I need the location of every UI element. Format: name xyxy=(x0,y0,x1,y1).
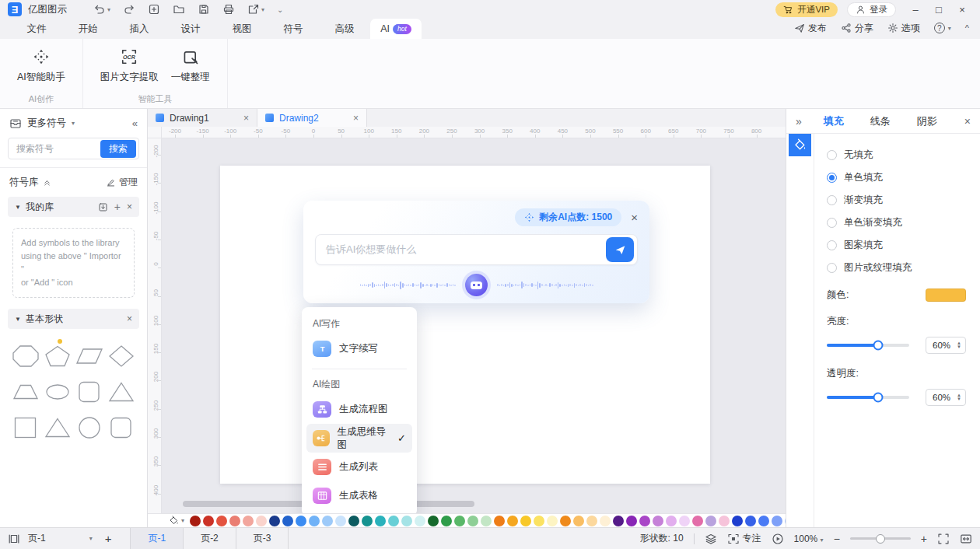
brightness-slider[interactable] xyxy=(827,344,909,347)
ai-dialog-close-button[interactable]: × xyxy=(631,211,638,224)
ribbon-button-图片文字提取[interactable]: OCR图片文字提取 xyxy=(94,45,165,84)
palette-swatch[interactable] xyxy=(732,516,743,526)
palette-swatch[interactable] xyxy=(534,516,544,526)
ribbon-button-一键整理[interactable]: 一键整理 xyxy=(165,45,216,84)
palette-swatch[interactable] xyxy=(719,516,730,526)
palette-swatch[interactable] xyxy=(600,516,611,526)
section-expand-icon[interactable]: ▼ xyxy=(15,204,21,211)
quickbar-more-button[interactable]: ⌄ xyxy=(272,4,288,16)
ai-menu-item-生成列表[interactable]: 生成列表 xyxy=(306,453,412,481)
ribbon-collapse-button[interactable]: ^ xyxy=(965,23,969,33)
ai-prompt-input[interactable]: 告诉AI你想要做什么 xyxy=(315,234,638,265)
palette-swatch[interactable] xyxy=(322,516,333,526)
shape-triangle[interactable] xyxy=(41,414,73,440)
palette-swatch[interactable] xyxy=(296,516,306,526)
menubar-gear-button[interactable]: 选项 xyxy=(887,22,920,35)
window-maximize-button[interactable]: □ xyxy=(929,4,949,16)
palette-swatch[interactable] xyxy=(441,516,452,526)
opacity-value-spinner[interactable]: 60%▲▼ xyxy=(926,389,966,406)
undo-button[interactable]: ▾ xyxy=(89,2,115,17)
search-button[interactable]: 搜索 xyxy=(100,140,136,158)
add-page-button[interactable]: + xyxy=(105,532,112,545)
shape-parallelogram[interactable] xyxy=(74,343,106,369)
palette-swatch[interactable] xyxy=(216,516,227,526)
my-library-section-header[interactable]: ▼ 我的库 + × xyxy=(8,197,139,217)
panel-tab-填充[interactable]: 填充 xyxy=(824,114,844,128)
library-collapse-icon[interactable] xyxy=(43,178,51,187)
opacity-slider-knob[interactable] xyxy=(873,393,883,403)
sidebar-collapse-button[interactable]: « xyxy=(132,117,138,129)
palette-swatch[interactable] xyxy=(481,516,492,526)
ai-menu-item-文字续写[interactable]: T文字续写 xyxy=(306,334,412,363)
page-selector-caret-icon[interactable]: ▾ xyxy=(89,535,93,542)
help-button[interactable]: ?▾ xyxy=(934,23,951,33)
document-tab-close-button[interactable]: × xyxy=(243,113,249,124)
shape-square[interactable] xyxy=(9,414,41,440)
more-symbols-button[interactable]: 更多符号 xyxy=(27,117,66,130)
palette-swatch[interactable] xyxy=(375,516,386,526)
fill-option-无填充[interactable]: 无填充 xyxy=(827,144,966,166)
fill-option-单色填充[interactable]: 单色填充 xyxy=(827,166,966,189)
document-tab-close-button[interactable]: × xyxy=(353,113,359,124)
shape-rounded-square[interactable] xyxy=(106,414,138,440)
zoom-slider[interactable] xyxy=(850,537,911,540)
palette-swatch[interactable] xyxy=(626,516,637,526)
zoom-slider-knob[interactable] xyxy=(876,534,885,544)
palette-swatch[interactable] xyxy=(573,516,584,526)
palette-swatch[interactable] xyxy=(348,516,359,526)
new-file-button[interactable] xyxy=(143,2,165,17)
palette-swatch[interactable] xyxy=(639,516,650,526)
window-close-button[interactable]: × xyxy=(952,4,972,16)
palette-swatch[interactable] xyxy=(428,516,439,526)
manage-library-button[interactable]: 管理 xyxy=(106,176,138,189)
palette-swatch[interactable] xyxy=(679,516,690,526)
brightness-value-spinner[interactable]: 60%▲▼ xyxy=(926,337,966,354)
close-shapes-button[interactable]: × xyxy=(127,313,132,324)
palette-swatch[interactable] xyxy=(520,516,531,526)
palette-swatch[interactable] xyxy=(547,516,558,526)
palette-swatch[interactable] xyxy=(772,516,782,526)
fill-bucket-icon[interactable] xyxy=(169,516,179,526)
layers-icon[interactable] xyxy=(705,533,717,545)
menu-tab-AI[interactable]: AIhot xyxy=(370,19,422,39)
close-library-button[interactable]: × xyxy=(127,201,132,212)
shape-octagon[interactable] xyxy=(9,343,41,369)
fullscreen-icon[interactable] xyxy=(937,533,950,545)
import-icon[interactable] xyxy=(98,202,108,212)
shape-circle[interactable] xyxy=(74,414,106,440)
zoom-in-button[interactable]: + xyxy=(921,533,927,545)
document-tab-Drawing2[interactable]: Drawing2× xyxy=(257,109,367,127)
palette-swatch[interactable] xyxy=(362,516,373,526)
shape-pentagon[interactable] xyxy=(41,343,73,369)
add-symbol-button[interactable]: + xyxy=(114,201,121,213)
more-symbols-caret-icon[interactable]: ▾ xyxy=(72,120,75,127)
login-button[interactable]: 登录 xyxy=(847,2,896,17)
radio-unselected[interactable] xyxy=(827,240,837,250)
page-tab-页-3[interactable]: 页-3 xyxy=(236,528,289,549)
fill-option-图案填充[interactable]: 图案填充 xyxy=(827,234,966,257)
palette-swatch[interactable] xyxy=(653,516,663,526)
basic-shapes-section-header[interactable]: ▼ 基本形状 × xyxy=(8,309,139,329)
symbol-search-input[interactable]: 搜索符号 搜索 xyxy=(8,138,139,159)
radio-unselected[interactable] xyxy=(827,218,837,228)
ai-robot-icon[interactable] xyxy=(465,274,488,296)
panel-tab-阴影[interactable]: 阴影 xyxy=(917,114,937,128)
palette-swatch[interactable] xyxy=(282,516,293,526)
palette-swatch[interactable] xyxy=(613,516,624,526)
vip-button[interactable]: 开通VIP xyxy=(775,2,838,17)
palette-swatch[interactable] xyxy=(692,516,703,526)
radio-unselected[interactable] xyxy=(827,195,837,205)
shape-rounded-square[interactable] xyxy=(74,379,106,404)
fit-width-icon[interactable] xyxy=(960,533,972,545)
save-button[interactable] xyxy=(193,2,215,17)
palette-swatch[interactable] xyxy=(705,516,716,526)
palette-swatch[interactable] xyxy=(309,516,320,526)
palette-swatch[interactable] xyxy=(243,516,254,526)
panel-tab-线条[interactable]: 线条 xyxy=(870,114,891,128)
palette-swatch[interactable] xyxy=(467,516,478,526)
print-button[interactable] xyxy=(218,2,240,17)
menu-tab-高级[interactable]: 高级 xyxy=(319,19,370,39)
opacity-slider[interactable] xyxy=(827,396,909,399)
palette-swatch[interactable] xyxy=(335,516,346,526)
palette-swatch[interactable] xyxy=(560,516,571,526)
